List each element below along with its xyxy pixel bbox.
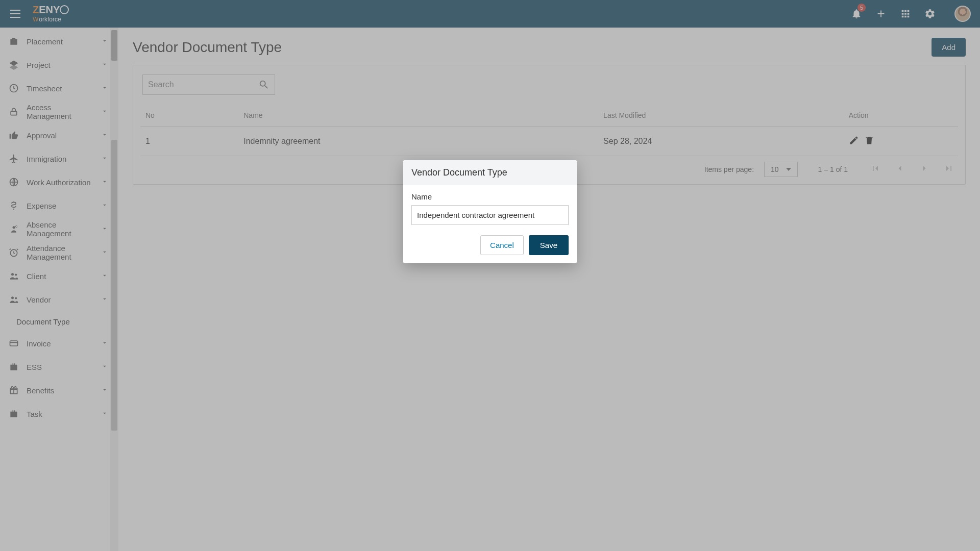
cancel-button[interactable]: Cancel <box>480 235 524 255</box>
modal-title: Vendor Document Type <box>403 160 577 185</box>
save-button[interactable]: Save <box>529 235 569 255</box>
vendor-doc-type-modal: Vendor Document Type Name Cancel Save <box>403 160 577 263</box>
modal-overlay[interactable] <box>0 0 980 551</box>
name-label: Name <box>411 192 569 201</box>
name-input[interactable] <box>411 205 569 225</box>
